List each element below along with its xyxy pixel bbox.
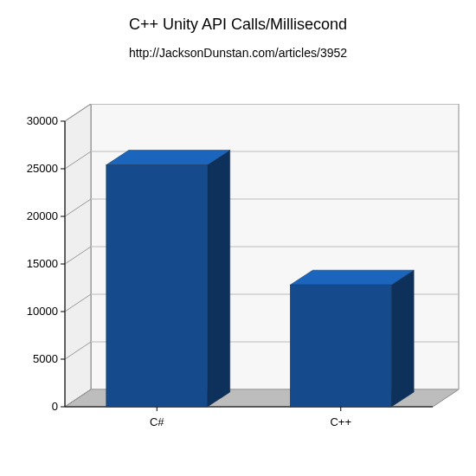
bar-chart xyxy=(0,104,476,459)
svg-marker-27 xyxy=(208,151,230,407)
y-tick-label: 10000 xyxy=(15,305,58,318)
x-category-label: C# xyxy=(113,415,200,428)
chart-subtitle: http://JacksonDunstan.com/articles/3952 xyxy=(0,34,476,60)
svg-marker-32 xyxy=(391,270,414,407)
y-tick-label: 0 xyxy=(15,400,58,413)
x-category-label: C++ xyxy=(298,415,384,428)
y-tick-label: 30000 xyxy=(15,114,58,127)
y-tick-label: 20000 xyxy=(15,209,58,222)
svg-rect-34 xyxy=(290,285,391,407)
chart-area: 050001000015000200002500030000C#C++ xyxy=(0,104,476,459)
svg-rect-29 xyxy=(106,165,208,407)
y-tick-label: 25000 xyxy=(15,162,58,175)
y-tick-label: 15000 xyxy=(15,257,58,270)
chart-title: C++ Unity API Calls/Millisecond xyxy=(0,0,476,34)
y-tick-label: 5000 xyxy=(15,352,58,365)
